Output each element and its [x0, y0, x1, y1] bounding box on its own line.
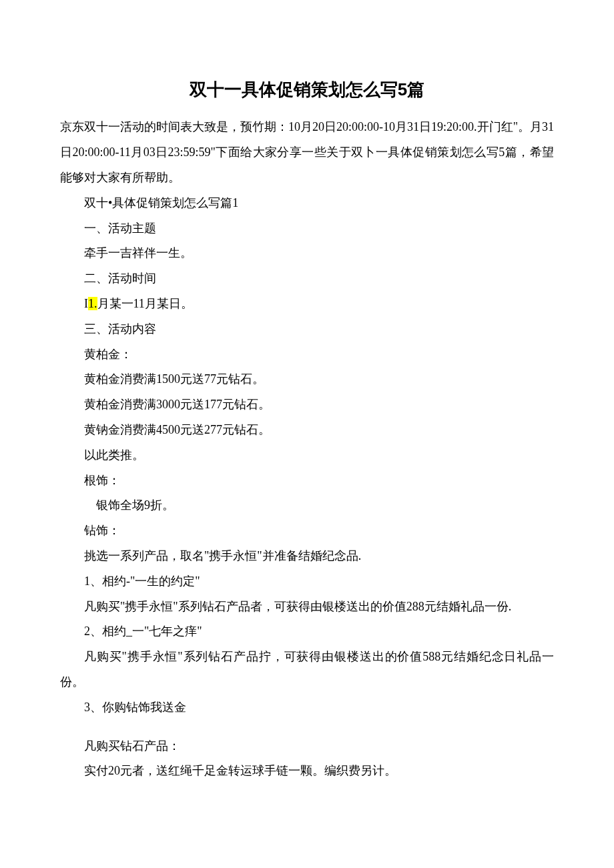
body-text: 三、活动内容: [60, 317, 554, 342]
body-text: 2、相约_一"七年之痒": [60, 619, 554, 644]
intro-paragraph: 京东双十一活动的时间表大致是，预竹期：10月20日20:00:00-10月31日…: [60, 115, 554, 190]
body-text: 银饰全场9折。: [60, 493, 554, 518]
body-text: 二、活动时间: [60, 266, 554, 292]
section-heading: 双十•具体促销策划怎么写篇1: [60, 191, 554, 216]
body-text: I1.月某一11月某日。: [60, 292, 554, 317]
body-text: 黄柏金消费满3000元送177元钻石。: [60, 392, 554, 418]
body-text: 黄柏金消费满1500元送77元钻石。: [60, 367, 554, 392]
document-title: 双十一具体促销策划怎么写5篇: [60, 78, 554, 101]
body-text: 实付20元者，送红绳千足金转运球手链一颗。编织费另计。: [60, 759, 554, 784]
body-text: 黄钠金消费满4500元送277元钻石。: [60, 418, 554, 443]
body-text: 黄柏金：: [60, 342, 554, 368]
body-text: 1、相约-"一生的约定": [60, 569, 554, 594]
document-page: 双十一具体促销策划怎么写5篇 京东双十一活动的时间表大致是，预竹期：10月20日…: [0, 0, 614, 837]
body-text: 钻饰：: [60, 518, 554, 544]
body-text: 挑选一系列产品，取名"携手永恒"并准备结婚纪念品.: [60, 544, 554, 569]
body-text: 凡购买"携手永恒"系列钻石产品拧，可获得由银楼送出的价值588元结婚纪念日礼品一…: [60, 644, 554, 695]
body-text: 根饰：: [60, 468, 554, 494]
body-text: 牵手一吉祥伴一生。: [60, 241, 554, 266]
body-text: 凡购买钻石产品：: [60, 734, 554, 759]
body-text: 凡购买"携手永恒"系列钻石产品者，可获得由银楼送出的价值288元结婚礼品一份.: [60, 594, 554, 620]
body-text: 以此类推。: [60, 443, 554, 468]
highlighted-text: 1.: [88, 297, 97, 310]
text-fragment: 月某一11月某日。: [97, 297, 193, 310]
body-text: 一、活动主题: [60, 216, 554, 242]
body-text: 3、你购钻饰我送金: [60, 695, 554, 721]
